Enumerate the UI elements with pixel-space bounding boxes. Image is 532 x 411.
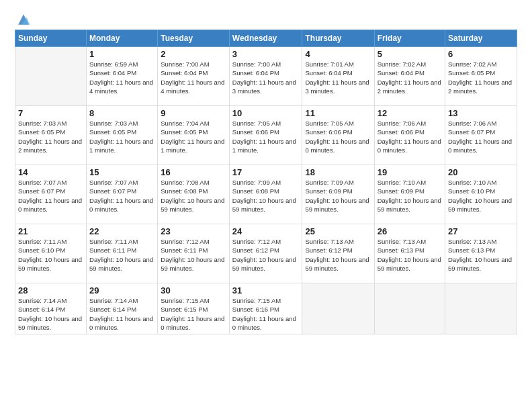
calendar-cell: 17Sunrise: 7:09 AM Sunset: 6:08 PM Dayli… — [229, 165, 302, 224]
day-number: 23 — [161, 226, 226, 236]
day-info: Sunrise: 7:13 AM Sunset: 6:13 PM Dayligh… — [378, 237, 442, 273]
logo — [15, 12, 31, 23]
day-info: Sunrise: 7:11 AM Sunset: 6:10 PM Dayligh… — [18, 237, 83, 273]
page: SundayMondayTuesdayWednesdayThursdayFrid… — [0, 0, 532, 411]
day-info: Sunrise: 7:14 AM Sunset: 6:14 PM Dayligh… — [18, 296, 83, 332]
day-number: 24 — [232, 226, 300, 236]
calendar-cell — [374, 283, 445, 334]
calendar-cell: 20Sunrise: 7:10 AM Sunset: 6:10 PM Dayli… — [445, 165, 517, 224]
day-info: Sunrise: 7:15 AM Sunset: 6:15 PM Dayligh… — [161, 296, 226, 332]
calendar: SundayMondayTuesdayWednesdayThursdayFrid… — [15, 30, 517, 334]
logo-icon — [16, 12, 31, 27]
day-info: Sunrise: 7:11 AM Sunset: 6:11 PM Dayligh… — [89, 237, 154, 273]
day-info: Sunrise: 7:07 AM Sunset: 6:07 PM Dayligh… — [18, 178, 83, 214]
calendar-cell: 2Sunrise: 7:00 AM Sunset: 6:04 PM Daylig… — [158, 47, 230, 106]
day-info: Sunrise: 7:09 AM Sunset: 6:09 PM Dayligh… — [305, 178, 371, 214]
day-of-week-header: Tuesday — [158, 30, 230, 47]
calendar-cell: 13Sunrise: 7:06 AM Sunset: 6:07 PM Dayli… — [445, 106, 517, 165]
day-number: 18 — [305, 167, 371, 177]
day-number: 8 — [89, 108, 154, 118]
day-of-week-header: Wednesday — [229, 30, 302, 47]
day-number: 2 — [161, 49, 226, 59]
day-info: Sunrise: 7:15 AM Sunset: 6:16 PM Dayligh… — [232, 296, 300, 332]
day-info: Sunrise: 7:05 AM Sunset: 6:06 PM Dayligh… — [305, 119, 371, 154]
day-number: 10 — [232, 108, 300, 118]
calendar-cell: 16Sunrise: 7:08 AM Sunset: 6:08 PM Dayli… — [158, 165, 230, 224]
day-info: Sunrise: 7:00 AM Sunset: 6:04 PM Dayligh… — [161, 60, 226, 95]
calendar-cell: 30Sunrise: 7:15 AM Sunset: 6:15 PM Dayli… — [158, 283, 230, 334]
calendar-cell: 18Sunrise: 7:09 AM Sunset: 6:09 PM Dayli… — [302, 165, 374, 224]
day-number: 12 — [378, 108, 442, 118]
day-info: Sunrise: 7:03 AM Sunset: 6:05 PM Dayligh… — [89, 119, 154, 154]
day-number: 26 — [378, 226, 442, 236]
calendar-cell — [15, 47, 87, 106]
calendar-cell: 7Sunrise: 7:03 AM Sunset: 6:05 PM Daylig… — [15, 106, 87, 165]
day-number: 29 — [89, 285, 154, 295]
day-of-week-header: Saturday — [445, 30, 517, 47]
calendar-cell: 15Sunrise: 7:07 AM Sunset: 6:07 PM Dayli… — [87, 165, 158, 224]
calendar-cell: 19Sunrise: 7:10 AM Sunset: 6:09 PM Dayli… — [374, 165, 445, 224]
day-info: Sunrise: 7:12 AM Sunset: 6:12 PM Dayligh… — [232, 237, 300, 273]
day-number: 3 — [232, 49, 300, 59]
day-number: 27 — [448, 226, 514, 236]
day-number: 19 — [378, 167, 442, 177]
day-number: 1 — [89, 49, 154, 59]
day-of-week-header: Friday — [374, 30, 445, 47]
day-number: 30 — [161, 285, 226, 295]
day-info: Sunrise: 7:09 AM Sunset: 6:08 PM Dayligh… — [232, 178, 300, 214]
day-number: 16 — [161, 167, 226, 177]
day-info: Sunrise: 7:07 AM Sunset: 6:07 PM Dayligh… — [89, 178, 154, 214]
calendar-cell: 9Sunrise: 7:04 AM Sunset: 6:05 PM Daylig… — [158, 106, 230, 165]
calendar-cell: 1Sunrise: 6:59 AM Sunset: 6:04 PM Daylig… — [87, 47, 158, 106]
calendar-cell: 29Sunrise: 7:14 AM Sunset: 6:14 PM Dayli… — [87, 283, 158, 334]
day-of-week-header: Thursday — [302, 30, 374, 47]
day-info: Sunrise: 7:03 AM Sunset: 6:05 PM Dayligh… — [18, 119, 83, 154]
day-number: 31 — [232, 285, 300, 295]
day-number: 6 — [448, 49, 514, 59]
day-number: 15 — [89, 167, 154, 177]
calendar-cell: 4Sunrise: 7:01 AM Sunset: 6:04 PM Daylig… — [302, 47, 374, 106]
day-number: 21 — [18, 226, 83, 236]
day-number: 13 — [448, 108, 514, 118]
day-number: 22 — [89, 226, 154, 236]
calendar-cell: 27Sunrise: 7:13 AM Sunset: 6:13 PM Dayli… — [445, 224, 517, 283]
day-number: 9 — [161, 108, 226, 118]
day-info: Sunrise: 7:10 AM Sunset: 6:10 PM Dayligh… — [448, 178, 514, 214]
day-of-week-header: Monday — [87, 30, 158, 47]
day-info: Sunrise: 6:59 AM Sunset: 6:04 PM Dayligh… — [89, 60, 154, 95]
day-info: Sunrise: 7:10 AM Sunset: 6:09 PM Dayligh… — [378, 178, 442, 214]
day-number: 4 — [305, 49, 371, 59]
header — [15, 12, 517, 23]
day-info: Sunrise: 7:04 AM Sunset: 6:05 PM Dayligh… — [161, 119, 226, 154]
day-number: 25 — [305, 226, 371, 236]
day-number: 14 — [18, 167, 83, 177]
day-info: Sunrise: 7:14 AM Sunset: 6:14 PM Dayligh… — [89, 296, 154, 332]
calendar-cell: 22Sunrise: 7:11 AM Sunset: 6:11 PM Dayli… — [87, 224, 158, 283]
calendar-cell — [445, 283, 517, 334]
day-info: Sunrise: 7:02 AM Sunset: 6:05 PM Dayligh… — [448, 60, 514, 95]
calendar-cell: 31Sunrise: 7:15 AM Sunset: 6:16 PM Dayli… — [229, 283, 302, 334]
day-info: Sunrise: 7:08 AM Sunset: 6:08 PM Dayligh… — [161, 178, 226, 214]
day-info: Sunrise: 7:12 AM Sunset: 6:11 PM Dayligh… — [161, 237, 226, 273]
calendar-cell: 8Sunrise: 7:03 AM Sunset: 6:05 PM Daylig… — [87, 106, 158, 165]
day-number: 11 — [305, 108, 371, 118]
calendar-cell: 6Sunrise: 7:02 AM Sunset: 6:05 PM Daylig… — [445, 47, 517, 106]
calendar-cell: 23Sunrise: 7:12 AM Sunset: 6:11 PM Dayli… — [158, 224, 230, 283]
day-info: Sunrise: 7:01 AM Sunset: 6:04 PM Dayligh… — [305, 60, 371, 95]
day-number: 5 — [378, 49, 442, 59]
calendar-cell: 3Sunrise: 7:00 AM Sunset: 6:04 PM Daylig… — [229, 47, 302, 106]
day-number: 17 — [232, 167, 300, 177]
day-number: 7 — [18, 108, 83, 118]
day-info: Sunrise: 7:02 AM Sunset: 6:04 PM Dayligh… — [378, 60, 442, 95]
day-number: 28 — [18, 285, 83, 295]
calendar-cell: 25Sunrise: 7:13 AM Sunset: 6:12 PM Dayli… — [302, 224, 374, 283]
day-of-week-header: Sunday — [15, 30, 87, 47]
calendar-cell — [302, 283, 374, 334]
day-info: Sunrise: 7:13 AM Sunset: 6:13 PM Dayligh… — [448, 237, 514, 273]
day-info: Sunrise: 7:00 AM Sunset: 6:04 PM Dayligh… — [232, 60, 300, 95]
calendar-cell: 14Sunrise: 7:07 AM Sunset: 6:07 PM Dayli… — [15, 165, 87, 224]
day-info: Sunrise: 7:05 AM Sunset: 6:06 PM Dayligh… — [232, 119, 300, 154]
day-info: Sunrise: 7:06 AM Sunset: 6:07 PM Dayligh… — [448, 119, 514, 154]
day-number: 20 — [448, 167, 514, 177]
calendar-cell: 26Sunrise: 7:13 AM Sunset: 6:13 PM Dayli… — [374, 224, 445, 283]
